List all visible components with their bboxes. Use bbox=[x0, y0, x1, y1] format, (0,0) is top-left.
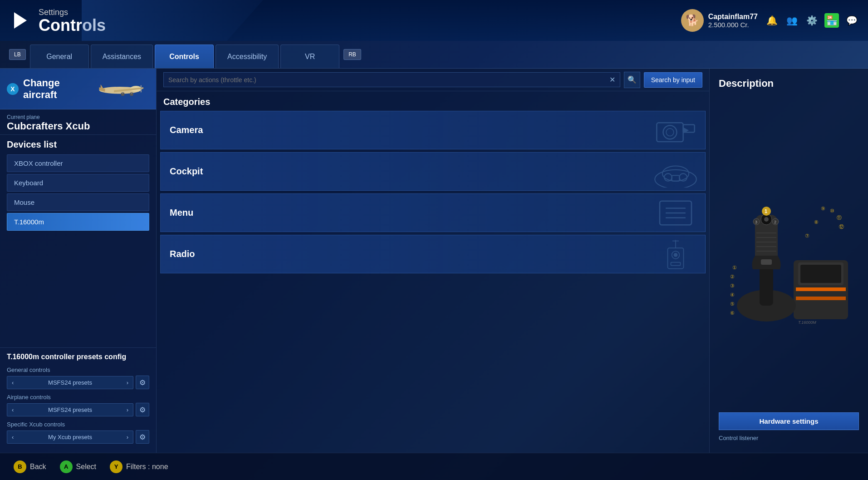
header-left: Settings Controls bbox=[9, 8, 106, 34]
svg-text:⑪: ⑪ bbox=[837, 215, 842, 220]
tab-accessibility[interactable]: Accessibility bbox=[216, 45, 279, 68]
change-aircraft-button[interactable]: X Change aircraft bbox=[0, 69, 156, 109]
specific-controls-gear[interactable]: ⚙ bbox=[136, 430, 149, 444]
cockpit-icon bbox=[653, 156, 698, 188]
general-controls-section: General controls ‹ MSFS24 presets › ⚙ bbox=[7, 366, 149, 389]
left-panel: X Change aircraft bbox=[0, 69, 157, 453]
category-radio[interactable]: Radio bbox=[160, 235, 706, 273]
general-controls-label: General controls bbox=[7, 366, 149, 373]
camera-icon bbox=[653, 114, 698, 146]
category-menu[interactable]: Menu bbox=[160, 193, 706, 232]
svg-text:③: ③ bbox=[730, 283, 735, 288]
joystick-svg: 1 2 3 ① ② ③ ④ ⑤ ⑥ ⑦ ⑧ ⑨ ⑩ bbox=[726, 178, 853, 333]
messages-icon[interactable]: 💬 bbox=[844, 13, 859, 28]
tab-assistances[interactable]: Assistances bbox=[91, 45, 153, 68]
filters-badge: Y bbox=[110, 460, 123, 473]
avatar: 🐕 bbox=[681, 9, 704, 32]
controller-config: T.16000m controller presets config Gener… bbox=[0, 347, 156, 453]
tab-general[interactable]: General bbox=[30, 45, 89, 68]
svg-text:②: ② bbox=[730, 274, 735, 279]
select-badge: A bbox=[60, 460, 73, 473]
credits: 2.500.000 Cr. bbox=[708, 21, 758, 29]
device-item-mouse[interactable]: Mouse bbox=[7, 193, 149, 211]
filters-label: Filters : none bbox=[126, 463, 168, 471]
filters-action[interactable]: Y Filters : none bbox=[110, 460, 168, 473]
settings-icon[interactable]: ⚙️ bbox=[804, 13, 819, 28]
category-radio-label: Radio bbox=[170, 249, 195, 259]
chevron-icon bbox=[9, 9, 32, 32]
tabs-bar: LB General Assistances Controls Accessib… bbox=[0, 41, 868, 68]
controller-config-title: T.16000m controller presets config bbox=[7, 352, 149, 362]
tab-vr[interactable]: VR bbox=[280, 45, 339, 68]
middle-panel: ✕ 🔍 Search by input Categories Camera Co… bbox=[157, 69, 709, 453]
search-clear-icon[interactable]: ✕ bbox=[609, 75, 615, 84]
airplane-controls-gear[interactable]: ⚙ bbox=[136, 403, 149, 416]
svg-text:1: 1 bbox=[765, 208, 767, 214]
notification-icon[interactable]: 🔔 bbox=[765, 13, 779, 28]
airplane-controls-label: Airplane controls bbox=[7, 394, 149, 401]
airplane-controls-preset[interactable]: ‹ MSFS24 presets › bbox=[7, 403, 133, 416]
svg-text:⑥: ⑥ bbox=[730, 310, 735, 316]
current-plane-name: Cubcrafters Xcub bbox=[7, 120, 149, 132]
specific-controls-preset[interactable]: ‹ My Xcub presets › bbox=[7, 431, 133, 444]
description-title: Description bbox=[719, 78, 859, 89]
category-menu-label: Menu bbox=[170, 208, 193, 218]
svg-rect-32 bbox=[796, 287, 846, 291]
specific-controls-section: Specific Xcub controls ‹ My Xcub presets… bbox=[7, 421, 149, 444]
svg-point-12 bbox=[663, 125, 677, 139]
devices-title: Devices list bbox=[7, 139, 149, 150]
tab-controls[interactable]: Controls bbox=[155, 45, 214, 68]
joystick-image: 1 2 3 ① ② ③ ④ ⑤ ⑥ ⑦ ⑧ ⑨ ⑩ bbox=[719, 99, 859, 412]
search-input-wrapper: ✕ bbox=[163, 72, 620, 87]
svg-point-27 bbox=[674, 253, 677, 256]
specific-controls-label: Specific Xcub controls bbox=[7, 421, 149, 428]
main-content: X Change aircraft bbox=[0, 68, 868, 453]
control-listener: Control listener bbox=[719, 432, 859, 444]
store-icon[interactable]: 🏪 bbox=[824, 13, 839, 28]
hardware-settings-button[interactable]: Hardware settings bbox=[719, 412, 859, 430]
header-decoration bbox=[82, 0, 263, 41]
search-input[interactable] bbox=[168, 76, 606, 84]
plane-silhouette bbox=[90, 72, 149, 106]
category-camera[interactable]: Camera bbox=[160, 111, 706, 149]
category-cockpit-label: Cockpit bbox=[170, 166, 203, 177]
airplane-controls-section: Airplane controls ‹ MSFS24 presets › ⚙ bbox=[7, 394, 149, 416]
header: Settings Controls 🐕 Captainflam77 2.500.… bbox=[0, 0, 868, 41]
category-camera-label: Camera bbox=[170, 125, 203, 135]
right-panel: Description bbox=[709, 69, 868, 453]
specific-controls-row: ‹ My Xcub presets › ⚙ bbox=[7, 430, 149, 444]
svg-text:⑤: ⑤ bbox=[730, 301, 735, 307]
category-cockpit[interactable]: Cockpit bbox=[160, 152, 706, 191]
select-action[interactable]: A Select bbox=[60, 460, 96, 473]
svg-text:2: 2 bbox=[774, 220, 776, 224]
airplane-controls-row: ‹ MSFS24 presets › ⚙ bbox=[7, 403, 149, 416]
svg-rect-52 bbox=[761, 259, 772, 265]
menu-icon bbox=[653, 197, 698, 229]
controls-label: Controls bbox=[39, 17, 106, 34]
svg-text:⑩: ⑩ bbox=[830, 208, 834, 213]
svg-rect-30 bbox=[671, 262, 681, 265]
svg-text:T.16000M: T.16000M bbox=[798, 320, 816, 325]
header-title: Settings Controls bbox=[39, 8, 106, 34]
general-controls-preset[interactable]: ‹ MSFS24 presets › bbox=[7, 376, 133, 389]
general-controls-gear[interactable]: ⚙ bbox=[136, 376, 149, 389]
search-by-input-button[interactable]: Search by input bbox=[644, 72, 702, 88]
device-item-keyboard[interactable]: Keyboard bbox=[7, 174, 149, 192]
svg-rect-20 bbox=[672, 175, 680, 181]
friends-icon[interactable]: 👥 bbox=[785, 13, 799, 28]
header-right: 🐕 Captainflam77 2.500.000 Cr. 🔔 👥 ⚙️ 🏪 💬 bbox=[681, 9, 859, 32]
device-item-t16000m[interactable]: T.16000m bbox=[7, 213, 149, 231]
devices-section: Devices list XBOX controller Keyboard Mo… bbox=[0, 135, 156, 347]
svg-text:⑫: ⑫ bbox=[839, 224, 844, 229]
current-plane-section: Current plane Cubcrafters Xcub bbox=[0, 109, 156, 135]
back-badge: B bbox=[14, 460, 26, 473]
search-icon-button[interactable]: 🔍 bbox=[624, 72, 640, 88]
back-action[interactable]: B Back bbox=[14, 460, 46, 473]
svg-marker-0 bbox=[14, 12, 27, 29]
categories-list: Camera Cockpit bbox=[157, 111, 709, 453]
svg-rect-35 bbox=[800, 265, 841, 283]
device-item-xbox[interactable]: XBOX controller bbox=[7, 154, 149, 172]
header-icons: 🔔 👥 ⚙️ 🏪 💬 bbox=[765, 13, 859, 28]
rb-button[interactable]: RB bbox=[343, 49, 361, 60]
lb-button[interactable]: LB bbox=[9, 49, 26, 60]
